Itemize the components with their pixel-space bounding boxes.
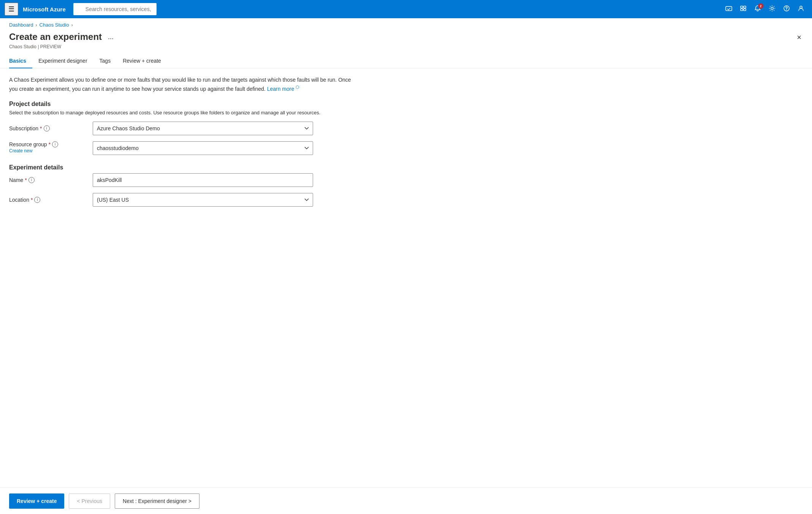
name-required: * — [25, 177, 27, 183]
page-title: Create an experiment — [9, 32, 102, 42]
breadcrumb-sep-1: › — [36, 22, 37, 28]
location-row: Location * i (US) East US — [9, 193, 356, 207]
resource-group-label: Resource group * i — [9, 141, 93, 147]
location-required: * — [31, 197, 33, 203]
settings-button[interactable] — [766, 3, 779, 16]
location-label: Location * i — [9, 197, 93, 203]
breadcrumb: Dashboard › Chaos Studio › — [0, 18, 812, 30]
more-options-button[interactable]: ... — [106, 32, 116, 42]
azure-logo: Microsoft Azure — [23, 6, 66, 13]
project-details-title: Project details — [9, 101, 356, 108]
experiment-details-title: Experiment details — [9, 164, 356, 171]
cloud-shell-button[interactable] — [722, 3, 735, 16]
account-button[interactable] — [795, 3, 807, 16]
notifications-button[interactable]: 2 — [751, 3, 764, 16]
page-header: Create an experiment ... × — [0, 30, 812, 43]
name-label: Name * i — [9, 177, 93, 183]
project-details-desc: Select the subscription to manage deploy… — [9, 110, 356, 115]
create-new-link[interactable]: Create new — [9, 148, 93, 153]
subscription-row: Subscription * i Azure Chaos Studio Demo — [9, 122, 356, 135]
breadcrumb-sep-2: › — [71, 22, 73, 28]
experiment-details-section: Experiment details Name * i Location * i… — [9, 164, 356, 207]
svg-rect-0 — [726, 6, 732, 11]
name-info-icon[interactable]: i — [28, 177, 35, 183]
search-input[interactable] — [73, 3, 157, 15]
subscription-dropdown[interactable]: Azure Chaos Studio Demo — [93, 122, 313, 135]
svg-rect-3 — [741, 9, 743, 11]
help-button[interactable] — [780, 3, 793, 16]
hamburger-menu-button[interactable]: ☰ — [5, 3, 18, 16]
learn-more-link[interactable]: Learn more ⬡ — [267, 86, 299, 92]
name-row: Name * i — [9, 173, 356, 187]
search-wrapper: 🔍 — [73, 3, 301, 15]
svg-rect-1 — [741, 6, 743, 8]
name-input[interactable] — [93, 173, 313, 187]
svg-point-7 — [786, 9, 787, 10]
tab-review-create[interactable]: Review + create — [117, 54, 167, 68]
subscription-required: * — [40, 125, 42, 131]
svg-rect-2 — [744, 6, 746, 8]
rg-required: * — [49, 141, 51, 147]
location-info-icon[interactable]: i — [34, 197, 40, 203]
directory-button[interactable] — [737, 3, 750, 16]
subscription-info-icon[interactable]: i — [44, 125, 50, 131]
tab-tags[interactable]: Tags — [93, 54, 117, 68]
subscription-label: Subscription * i — [9, 125, 93, 131]
location-dropdown[interactable]: (US) East US — [93, 193, 313, 207]
tab-experiment-designer[interactable]: Experiment designer — [32, 54, 93, 68]
rg-info-icon[interactable]: i — [52, 141, 58, 147]
close-button[interactable]: × — [795, 32, 803, 43]
tabs-nav: Basics Experiment designer Tags Review +… — [0, 49, 812, 68]
resource-group-dropdown[interactable]: chaosstudiodemo — [93, 141, 313, 155]
breadcrumb-dashboard[interactable]: Dashboard — [9, 22, 33, 28]
resource-group-row: Resource group * i Create new chaosstudi… — [9, 141, 356, 155]
topbar-actions: 2 — [722, 3, 807, 16]
description-text: A Chaos Experiment allows you to define … — [9, 76, 356, 93]
project-details-section: Project details Select the subscription … — [9, 101, 356, 155]
svg-point-8 — [800, 6, 802, 8]
main-content: A Chaos Experiment allows you to define … — [0, 68, 365, 220]
tab-basics[interactable]: Basics — [9, 54, 32, 68]
notification-badge: 2 — [758, 3, 763, 9]
external-link-icon: ⬡ — [296, 85, 299, 89]
svg-point-5 — [771, 7, 773, 9]
page-subtitle: Chaos Studio | PREVIEW — [0, 43, 812, 49]
breadcrumb-chaos-studio[interactable]: Chaos Studio — [40, 22, 69, 28]
svg-rect-4 — [744, 9, 746, 11]
topbar: ☰ Microsoft Azure 🔍 2 — [0, 0, 812, 18]
